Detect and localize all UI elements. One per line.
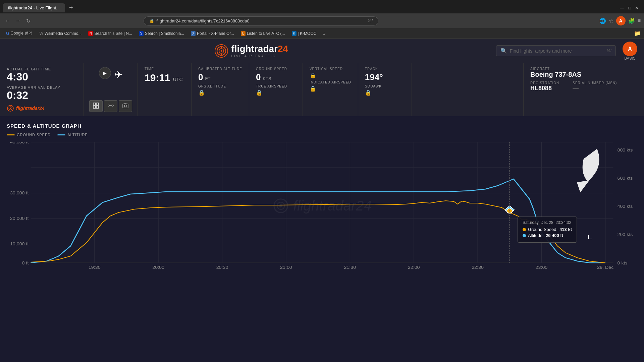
lock-icon-tas: 🔒	[256, 90, 263, 96]
bookmark-liveatc-label: Listen to Live ATC (...	[247, 31, 285, 36]
svg-text:30,000 ft: 30,000 ft	[10, 191, 29, 195]
new-tab-button[interactable]: +	[69, 4, 73, 12]
route-icon	[108, 103, 114, 109]
svg-point-2	[220, 50, 222, 52]
menu-icon[interactable]: ≡	[638, 18, 641, 24]
tab-bar: flightradar24 - Live Flight... + — □ ✕	[0, 0, 644, 13]
bookmark-liveatc[interactable]: L Listen to Live ATC (...	[238, 31, 288, 37]
svg-point-18	[124, 105, 126, 107]
svg-point-14	[108, 105, 109, 106]
bookmark-wikimedia-icon: W	[39, 31, 43, 36]
svg-text:22:00: 22:00	[408, 265, 420, 269]
track-value: 194°	[365, 72, 405, 82]
search-input[interactable]	[510, 48, 604, 54]
logo-text-group: flightradar24 LIVE AIR TRAFFIC	[231, 44, 288, 58]
grid-view-button[interactable]	[89, 100, 103, 112]
bookmark-smithsonian-label: Search | Smithsonia...	[145, 31, 184, 36]
chart-area: SPEED & ALTITUDE GRAPH GROUND SPEED ALTI…	[0, 116, 644, 362]
svg-text:22:30: 22:30	[472, 265, 484, 269]
reload-button[interactable]: ↻	[25, 16, 32, 25]
calibrated-altitude-label: CALIBRATED ALTITUDE	[198, 67, 242, 71]
bookmark-smithsonian[interactable]: S Search | Smithsonia...	[136, 31, 187, 37]
translate-icon[interactable]: 🌐	[599, 18, 606, 24]
svg-text:10,000 ft: 10,000 ft	[10, 242, 29, 246]
aircraft-info-panel: AIRCRAFT Boeing 737-8AS REGISTRATION HL8…	[523, 63, 644, 116]
bookmark-kmooc-icon: K	[292, 31, 297, 36]
svg-text:23:00: 23:00	[536, 265, 548, 269]
svg-text:600 kts: 600 kts	[618, 176, 633, 181]
logo-text-24: 24	[278, 44, 288, 54]
url-bar[interactable]: 🔒 flightradar24.com/data/flights/7c2216#…	[144, 16, 378, 25]
tooltip-altitude-label: Altitude:	[528, 233, 544, 238]
svg-text:20,000 ft: 20,000 ft	[10, 216, 29, 221]
main-app: flightradar24 LIVE AIR TRAFFIC 🔍 ⌘/ A BA…	[0, 39, 644, 362]
close-button[interactable]: ✕	[635, 5, 639, 10]
chart-svg: 0 ft 10,000 ft 20,000 ft 30,000 ft 40,00…	[7, 142, 637, 269]
svg-rect-13	[96, 106, 99, 108]
bookmark-search-site[interactable]: N Search this Site | N...	[86, 31, 135, 37]
search-icon: 🔍	[500, 48, 507, 54]
actual-flight-time-value: 4:30	[7, 71, 77, 83]
bookmark-google[interactable]: G Google 번역	[3, 30, 35, 37]
bookmark-wikimedia[interactable]: W Wikimedia Commo...	[37, 31, 84, 37]
bookmark-xplane[interactable]: X Portal - X-Plane.Or...	[188, 31, 237, 37]
ground-speed-panel: GROUND SPEED 0 KTS TRUE AIRSPEED 🔒	[249, 63, 303, 116]
minimize-button[interactable]: —	[620, 5, 624, 10]
flight-stats-panel: ACTUAL FLIGHT TIME 4:30 AVERAGE ARRIVAL …	[0, 63, 84, 116]
bookmark-google-icon: G	[6, 31, 9, 36]
tooltip-ground-speed-label: Ground Speed:	[528, 227, 557, 232]
true-airspeed-label: TRUE AIRSPEED	[256, 84, 296, 88]
tooltip-ground-speed-row: Ground Speed: 413 kt	[523, 227, 572, 232]
tooltip-altitude-dot	[523, 234, 526, 237]
squawk-label: SQUAWK	[365, 84, 405, 88]
flight-search-bar[interactable]: 🔍 ⌘/	[496, 45, 616, 56]
bookmark-smithsonian-icon: S	[139, 31, 144, 36]
lock-icon-squawk: 🔒	[365, 90, 372, 96]
more-bookmarks-button[interactable]: »	[320, 31, 328, 37]
route-view-button[interactable]	[104, 100, 117, 112]
bookmark-kmooc[interactable]: K | K-MOOC	[289, 31, 319, 37]
toolbar-right: 🌐 ☆ A 🧩 ≡	[599, 16, 641, 25]
bookmark-search-site-label: Search this Site | N...	[94, 31, 132, 36]
fr24-logo-small: flightradar24	[7, 105, 77, 112]
photo-view-button[interactable]	[119, 100, 132, 112]
ground-speed-line-legend	[7, 134, 15, 135]
svg-rect-17	[123, 104, 128, 108]
logo-area: flightradar24 LIVE AIR TRAFFIC	[7, 44, 496, 58]
legend-ground-speed-label: GROUND SPEED	[17, 133, 51, 137]
grid-icon	[93, 103, 99, 109]
extensions-icon[interactable]: 🧩	[628, 18, 635, 24]
aircraft-value: Boeing 737-8AS	[530, 71, 637, 78]
track-label: TRACK	[365, 67, 405, 71]
indicated-airspeed-label: INDICATED AIRSPEED	[310, 80, 351, 84]
maximize-button[interactable]: □	[628, 5, 631, 10]
keyboard-shortcut: ⌘/	[368, 18, 373, 23]
avg-arrival-delay-value: 0:32	[7, 89, 77, 101]
registration-section: REGISTRATION HL8088	[530, 81, 559, 92]
ground-speed-label: GROUND SPEED	[256, 67, 296, 71]
time-panel: TIME 19:11 UTC	[138, 63, 192, 116]
url-text: flightradar24.com/data/flights/7c2216#38…	[156, 18, 250, 23]
svg-text:29. Dec: 29. Dec	[597, 265, 614, 269]
back-button[interactable]: ←	[3, 16, 11, 25]
bookmark-star-icon[interactable]: ☆	[609, 18, 613, 24]
forward-button[interactable]: →	[14, 16, 22, 25]
tab-label: flightradar24 - Live Flight...	[8, 5, 60, 10]
fr24-small-text: flightradar24	[16, 106, 45, 111]
aircraft-label: AIRCRAFT	[530, 67, 637, 71]
registration-label: REGISTRATION	[530, 81, 559, 85]
logo-text: flightradar24	[231, 44, 288, 54]
lock-icon-ias: 🔒	[310, 86, 316, 92]
bookmarks-bar: G Google 번역 W Wikimedia Commo... N Searc…	[0, 28, 644, 39]
play-button[interactable]: ▶	[99, 67, 111, 79]
active-tab[interactable]: flightradar24 - Live Flight...	[3, 3, 65, 12]
svg-text:0 ft: 0 ft	[22, 261, 29, 265]
user-profile[interactable]: A BASIC	[623, 42, 637, 60]
legend-ground-speed: GROUND SPEED	[7, 133, 51, 137]
account-icon[interactable]: A	[616, 16, 626, 25]
bookmark-search-site-icon: N	[88, 31, 93, 36]
svg-text:400 kts: 400 kts	[618, 204, 633, 209]
flight-info-bar: ACTUAL FLIGHT TIME 4:30 AVERAGE ARRIVAL …	[0, 63, 644, 116]
bookmarks-folder-icon[interactable]: 📁	[634, 30, 641, 37]
calibrated-altitude-panel: CALIBRATED ALTITUDE 0 FT GPS ALTITUDE 🔒	[192, 63, 249, 116]
